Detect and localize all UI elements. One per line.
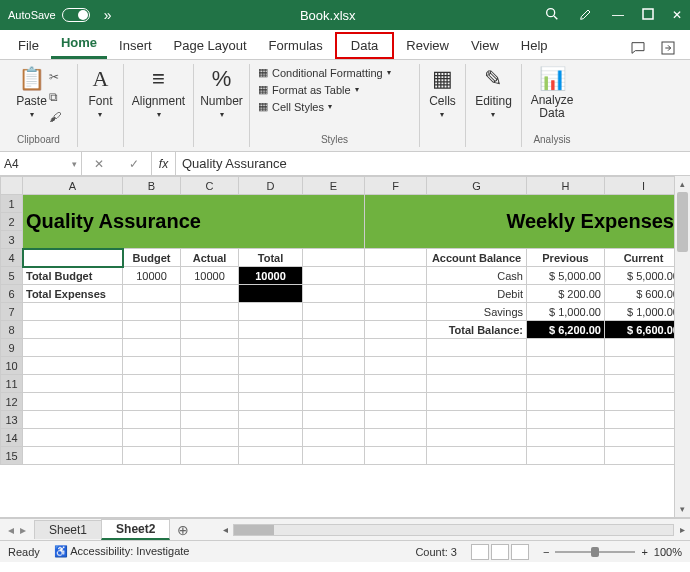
zoom-in-icon: + [641, 546, 647, 558]
active-cell [23, 249, 123, 267]
banner-right: Weekly Expenses [506, 210, 674, 232]
sheet-tab-bar: ◂ ▸ Sheet1 Sheet2 ⊕ ◂ ▸ [0, 518, 690, 540]
status-ready: Ready [8, 546, 40, 558]
search-icon[interactable] [544, 6, 560, 25]
status-count: Count: 3 [415, 546, 457, 558]
scroll-right-icon: ▸ [674, 524, 690, 535]
analyze-data-button[interactable]: 📊 Analyze Data [530, 66, 574, 120]
col-I: I [605, 177, 675, 195]
sheet-tab-2[interactable]: Sheet2 [101, 519, 170, 540]
col-G: G [427, 177, 527, 195]
scroll-down-icon: ▾ [675, 501, 690, 517]
scroll-left-icon: ◂ [217, 524, 233, 535]
vertical-scrollbar[interactable]: ▴ ▾ [674, 176, 690, 517]
tab-data[interactable]: Data [335, 32, 394, 59]
worksheet-grid[interactable]: A B C D E F G H I 1 Quality Assurance We… [0, 176, 690, 518]
chevron-down-icon: ▾ [72, 159, 77, 169]
status-bar: Ready ♿ Accessibility: Investigate Count… [0, 540, 690, 562]
add-sheet-button[interactable]: ⊕ [169, 522, 197, 538]
format-as-table-button[interactable]: ▦Format as Table▾ [258, 83, 359, 96]
window-title: Book.xlsx [122, 8, 535, 23]
table-icon: ▦ [258, 83, 268, 96]
alignment-button[interactable]: ≡ Alignment ▾ [132, 66, 185, 119]
analyze-icon: 📊 [539, 66, 566, 92]
sheet-next-icon[interactable]: ▸ [20, 523, 26, 537]
group-clipboard: Clipboard [17, 134, 60, 145]
normal-view-button[interactable] [471, 544, 489, 560]
zoom-control[interactable]: − + 100% [543, 546, 682, 558]
cells-icon: ▦ [432, 66, 453, 92]
sheet-tab-1[interactable]: Sheet1 [34, 520, 102, 539]
zoom-level: 100% [654, 546, 682, 558]
svg-line-1 [554, 16, 557, 19]
qat-overflow-icon[interactable]: » [104, 7, 112, 23]
fx-icon[interactable]: fx [152, 152, 176, 175]
editing-icon: ✎ [484, 66, 502, 92]
col-E: E [303, 177, 365, 195]
group-analysis: Analysis [533, 134, 570, 145]
banner-left: Quality Assurance [26, 210, 201, 232]
comments-icon[interactable] [630, 40, 646, 59]
minimize-icon[interactable]: — [612, 8, 624, 22]
cancel-icon[interactable]: ✕ [94, 157, 104, 171]
group-styles: Styles [258, 134, 411, 145]
svg-point-0 [547, 8, 555, 16]
column-headers[interactable]: A B C D E F G H I [1, 177, 675, 195]
cell-styles-button[interactable]: ▦Cell Styles▾ [258, 100, 332, 113]
cell-styles-icon: ▦ [258, 100, 268, 113]
clipboard-icon: 📋 [18, 66, 45, 92]
title-bar: AutoSave » Book.xlsx — ✕ [0, 0, 690, 30]
page-break-view-button[interactable] [511, 544, 529, 560]
chevron-down-icon: ▾ [30, 110, 34, 119]
cut-icon[interactable]: ✂ [49, 70, 61, 84]
cells-button[interactable]: ▦ Cells ▾ [429, 66, 456, 119]
enter-icon[interactable]: ✓ [129, 157, 139, 171]
tab-review[interactable]: Review [396, 32, 459, 59]
col-D: D [239, 177, 303, 195]
col-F: F [365, 177, 427, 195]
col-H: H [527, 177, 605, 195]
horizontal-scrollbar[interactable]: ◂ ▸ [217, 524, 690, 536]
tab-formulas[interactable]: Formulas [259, 32, 333, 59]
share-icon[interactable] [660, 40, 676, 59]
col-B: B [123, 177, 181, 195]
tab-home[interactable]: Home [51, 29, 107, 59]
accessibility-icon: ♿ [54, 545, 68, 557]
editing-button[interactable]: ✎ Editing ▾ [475, 66, 512, 119]
paste-button[interactable]: 📋 Paste ▾ [16, 66, 47, 119]
ribbon-content: 📋 Paste ▾ ✂ ⧉ 🖌 Clipboard A Font ▾ ≡ Ali… [0, 60, 690, 152]
name-box[interactable]: A4▾ [0, 152, 82, 175]
tab-help[interactable]: Help [511, 32, 558, 59]
cond-fmt-icon: ▦ [258, 66, 268, 79]
formula-bar: A4▾ ✕ ✓ fx Quality Assurance [0, 152, 690, 176]
conditional-formatting-button[interactable]: ▦Conditional Formatting▾ [258, 66, 391, 79]
scrollbar-thumb [677, 192, 688, 252]
tab-view[interactable]: View [461, 32, 509, 59]
scroll-up-icon: ▴ [675, 176, 690, 192]
copy-icon[interactable]: ⧉ [49, 90, 61, 104]
ribbon-tabs: File Home Insert Page Layout Formulas Da… [0, 30, 690, 60]
format-painter-icon[interactable]: 🖌 [49, 110, 61, 124]
zoom-out-icon: − [543, 546, 549, 558]
tab-page-layout[interactable]: Page Layout [164, 32, 257, 59]
tab-insert[interactable]: Insert [109, 32, 162, 59]
col-C: C [181, 177, 239, 195]
maximize-icon[interactable] [642, 8, 654, 23]
autosave-toggle[interactable]: AutoSave [8, 8, 90, 22]
formula-input[interactable]: Quality Assurance [176, 152, 690, 175]
col-A: A [23, 177, 123, 195]
brush-icon[interactable] [578, 6, 594, 25]
svg-rect-2 [643, 9, 653, 19]
tab-file[interactable]: File [8, 32, 49, 59]
font-button[interactable]: A Font ▾ [88, 66, 112, 119]
page-layout-view-button[interactable] [491, 544, 509, 560]
zoom-slider [555, 551, 635, 553]
percent-icon: % [212, 66, 232, 92]
alignment-icon: ≡ [152, 66, 165, 92]
font-icon: A [93, 66, 109, 92]
number-button[interactable]: % Number ▾ [200, 66, 243, 119]
accessibility-status[interactable]: ♿ Accessibility: Investigate [54, 545, 190, 558]
sheet-prev-icon[interactable]: ◂ [8, 523, 14, 537]
close-icon[interactable]: ✕ [672, 8, 682, 22]
